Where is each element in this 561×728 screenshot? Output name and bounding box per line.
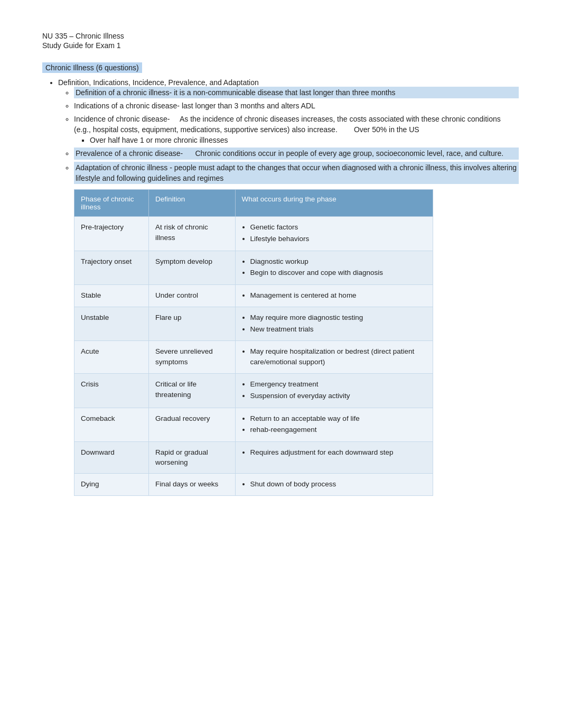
cell-occurs: Requires adjustment for each downward st… xyxy=(235,441,433,473)
cell-definition: Severe unrelieved symptoms xyxy=(149,341,236,374)
occurs-item: Management is centered at home xyxy=(250,290,426,301)
main-bullet-list: Definition, Indications, Incidence, Prev… xyxy=(58,78,519,496)
sub-item-adaptation: Adaptation of chronic illness - people m… xyxy=(74,162,519,185)
cell-definition: At risk of chronic illness xyxy=(149,217,236,251)
cell-occurs: Genetic factorsLifestyle behaviors xyxy=(235,217,433,251)
table-row: ComebackGradual recoveryReturn to an acc… xyxy=(74,408,433,441)
course-title: NU 335 – Chronic Illness xyxy=(42,32,519,40)
cell-phase: Pre-trajectory xyxy=(74,217,149,251)
phase-table-wrapper: Phase of chronic illness Definition What… xyxy=(74,189,519,496)
header-section: NU 335 – Chronic Illness Study Guide for… xyxy=(42,32,519,50)
cell-occurs: Management is centered at home xyxy=(235,284,433,307)
study-guide-subtitle: Study Guide for Exam 1 xyxy=(42,41,519,50)
table-row: UnstableFlare upMay require more diagnos… xyxy=(74,307,433,341)
col-header-definition: Definition xyxy=(149,190,236,217)
cell-occurs: Diagnostic workupBegin to discover and c… xyxy=(235,251,433,284)
cell-occurs: Shut down of body process xyxy=(235,473,433,496)
cell-definition: Gradual recovery xyxy=(149,408,236,441)
cell-occurs: Emergency treatmentSuspension of everyda… xyxy=(235,374,433,408)
section-title: Chronic Illness (6 questions) xyxy=(42,62,142,73)
table-row: StableUnder controlManagement is centere… xyxy=(74,284,433,307)
col-header-phase: Phase of chronic illness xyxy=(74,190,149,217)
indications-text: Indications of a chronic disease- last l… xyxy=(74,102,315,110)
cell-occurs: May require hospitalization or bedrest (… xyxy=(235,341,433,374)
cell-phase: Comeback xyxy=(74,408,149,441)
sub-bullet-list: Definition of a chronic illness- it is a… xyxy=(74,87,519,184)
occurs-item: Emergency treatment xyxy=(250,379,426,390)
prevalence-text: Prevalence of a chronic disease- Chronic… xyxy=(76,149,503,158)
occurs-item: Requires adjustment for each downward st… xyxy=(250,447,426,458)
occurs-item: Begin to discover and cope with diagnosi… xyxy=(250,268,426,278)
cell-definition: Symptom develop xyxy=(149,251,236,284)
cell-phase: Unstable xyxy=(74,307,149,341)
sub-item-incidence: Incidence of chronic disease- As the inc… xyxy=(74,114,519,146)
table-row: DyingFinal days or weeksShut down of bod… xyxy=(74,473,433,496)
table-row: AcuteSevere unrelieved symptomsMay requi… xyxy=(74,341,433,374)
table-row: CrisisCritical or life threateningEmerge… xyxy=(74,374,433,408)
sub-item-prevalence: Prevalence of a chronic disease- Chronic… xyxy=(74,148,519,159)
incidence-sub-list: Over half have 1 or more chronic illness… xyxy=(90,135,519,145)
table-row: DownwardRapid or gradual worseningRequir… xyxy=(74,441,433,473)
cell-occurs: Return to an acceptable way of liferehab… xyxy=(235,408,433,441)
occurs-item: Shut down of body process xyxy=(250,479,426,490)
definition-text: Definition of a chronic illness- it is a… xyxy=(76,88,395,97)
phase-table: Phase of chronic illness Definition What… xyxy=(74,189,433,496)
occurs-item: New treatment trials xyxy=(250,324,426,335)
col-header-occurs: What occurs during the phase xyxy=(235,190,433,217)
adaptation-text: Adaptation of chronic illness - people m… xyxy=(76,163,517,182)
cell-definition: Final days or weeks xyxy=(149,473,236,496)
cell-occurs: May require more diagnostic testingNew t… xyxy=(235,307,433,341)
sub-item-definition: Definition of a chronic illness- it is a… xyxy=(74,87,519,98)
cell-phase: Acute xyxy=(74,341,149,374)
occurs-item: Genetic factors xyxy=(250,222,426,233)
table-header-row: Phase of chronic illness Definition What… xyxy=(74,190,433,217)
occurs-item: Suspension of everyday activity xyxy=(250,391,426,401)
cell-definition: Rapid or gradual worsening xyxy=(149,441,236,473)
occurs-item: Lifestyle behaviors xyxy=(250,234,426,244)
main-bullet-item: Definition, Indications, Incidence, Prev… xyxy=(58,78,519,496)
occurs-item: May require hospitalization or bedrest (… xyxy=(250,346,426,367)
cell-phase: Downward xyxy=(74,441,149,473)
occurs-item: rehab-reengagement xyxy=(250,425,426,435)
table-row: Pre-trajectoryAt risk of chronic illness… xyxy=(74,217,433,251)
cell-definition: Under control xyxy=(149,284,236,307)
cell-phase: Stable xyxy=(74,284,149,307)
cell-phase: Trajectory onset xyxy=(74,251,149,284)
occurs-item: Diagnostic workup xyxy=(250,256,426,267)
cell-definition: Flare up xyxy=(149,307,236,341)
table-row: Trajectory onsetSymptom developDiagnosti… xyxy=(74,251,433,284)
cell-phase: Crisis xyxy=(74,374,149,408)
incidence-label: Incidence of chronic disease- xyxy=(74,115,170,123)
cell-definition: Critical or life threatening xyxy=(149,374,236,408)
occurs-item: May require more diagnostic testing xyxy=(250,312,426,323)
cell-phase: Dying xyxy=(74,473,149,496)
sub-item-indications: Indications of a chronic disease- last l… xyxy=(74,100,519,111)
occurs-item: Return to an acceptable way of life xyxy=(250,413,426,424)
incidence-sub-item: Over half have 1 or more chronic illness… xyxy=(90,135,519,145)
table-body: Pre-trajectoryAt risk of chronic illness… xyxy=(74,217,433,496)
section-title-wrapper: Chronic Illness (6 questions) xyxy=(42,62,519,78)
